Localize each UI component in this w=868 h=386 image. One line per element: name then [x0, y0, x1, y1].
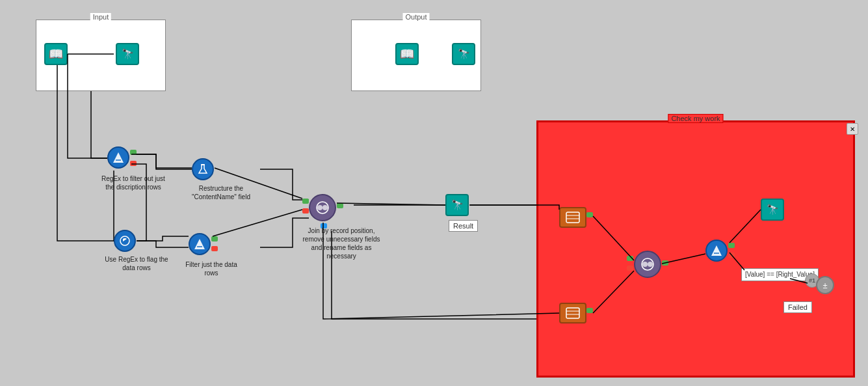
filter-t-port: [211, 236, 218, 241]
join-check-node[interactable]: [634, 251, 661, 278]
db1-node[interactable]: [559, 207, 586, 228]
bino-check-node[interactable]: 🔭: [761, 199, 784, 221]
svg-rect-12: [566, 308, 579, 318]
check-close-button[interactable]: ✕: [847, 123, 858, 135]
failed-label-box: Failed: [783, 301, 812, 313]
plus-minus-button[interactable]: ±: [816, 276, 834, 294]
result-bino-node[interactable]: 🔭: [445, 194, 469, 216]
value-text: [Value] == [Right_Value]: [745, 271, 815, 278]
potion-label: Restructure the "ContentName" field: [185, 184, 257, 201]
regex2-label: Use RegEx to flag the data rows: [101, 255, 172, 272]
fcheck-f-port: [728, 253, 735, 258]
join-node[interactable]: [309, 194, 336, 221]
input-book-node[interactable]: 📖: [44, 43, 68, 65]
regex1-t-port: [130, 150, 137, 155]
check-label: Check my work: [668, 114, 723, 123]
filter-check-node[interactable]: [705, 240, 728, 262]
db2-node[interactable]: [559, 303, 586, 324]
svg-point-17: [648, 262, 653, 267]
output-book-node[interactable]: 📖: [395, 43, 419, 65]
check-container: Check my work: [536, 120, 855, 378]
filter-node[interactable]: [189, 233, 211, 255]
svg-point-16: [642, 262, 648, 267]
svg-point-8: [322, 205, 328, 210]
filter-f-port: [211, 246, 218, 251]
regex1-node[interactable]: [107, 146, 129, 169]
join-r-port: [302, 208, 309, 214]
join-label: Join by record position, remove unnecess…: [299, 227, 384, 260]
regex1-label: RegEx to filter out just the discription…: [101, 174, 166, 191]
svg-rect-2: [201, 164, 205, 165]
workflow-canvas: Input 📖 🔭 Output 📖 🔭 RegEx to filter out…: [0, 0, 868, 386]
db2-out-port: [586, 308, 593, 313]
jcheck-out-port: [662, 260, 668, 266]
svg-point-7: [317, 205, 322, 210]
output-bino-node[interactable]: 🔭: [452, 43, 475, 65]
db1-out-port: [586, 212, 593, 217]
join-l-port: [302, 199, 309, 204]
result-label-box: Result: [449, 220, 478, 232]
svg-marker-18: [711, 245, 722, 256]
potion-node[interactable]: [192, 158, 214, 180]
result-text: Result: [453, 222, 473, 230]
output-label: Output: [402, 13, 429, 21]
svg-rect-9: [566, 212, 579, 223]
input-label: Input: [90, 13, 111, 21]
join-out-port: [337, 203, 343, 208]
jcheck-l-port: [627, 256, 633, 261]
failed-text: Failed: [788, 303, 808, 311]
fcheck-t-port: [728, 243, 735, 248]
filter-label: Filter just the data rows: [182, 260, 241, 277]
svg-marker-0: [113, 152, 124, 163]
regex2-node[interactable]: [114, 230, 136, 252]
jcheck-r-port: [627, 266, 633, 271]
svg-point-3: [120, 236, 129, 245]
input-bino-node[interactable]: 🔭: [116, 43, 139, 65]
regex1-f-port: [130, 161, 137, 166]
svg-marker-4: [194, 239, 205, 249]
